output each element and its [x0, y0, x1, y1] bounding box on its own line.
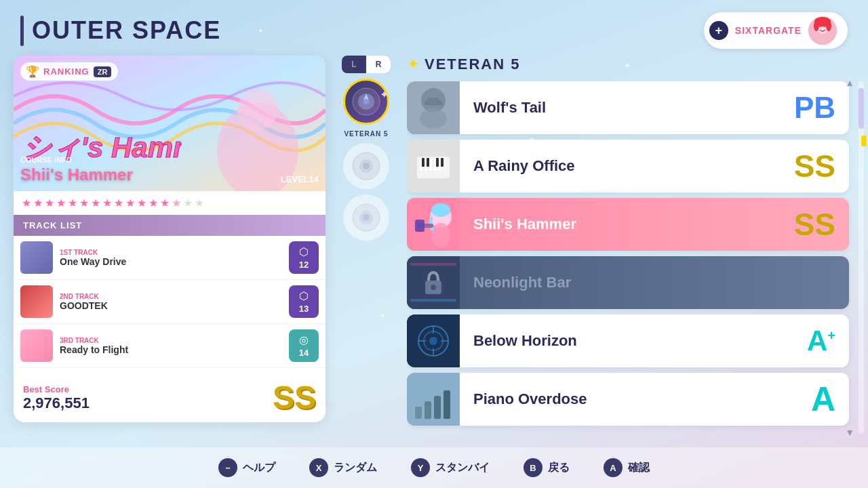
b-icon: B [524, 458, 542, 477]
random-label: ランダム [334, 461, 377, 475]
best-score-section: Best Score 2,976,551 SS [14, 375, 326, 422]
confirm-label: 確認 [628, 461, 650, 475]
song-grade-rainy-office: SS [794, 150, 849, 182]
star-14: ★ [172, 197, 181, 209]
svg-rect-56 [434, 396, 441, 419]
difficulty-tabs[interactable]: L R [342, 56, 391, 73]
svg-rect-55 [425, 401, 431, 419]
title-section: OUTER SPACE [20, 16, 221, 46]
track-info-3: 3RD TRACK Ready to Flight [60, 337, 282, 355]
diff-button-veteran5[interactable] [343, 79, 389, 125]
add-icon[interactable]: + [709, 21, 728, 40]
svg-point-9 [237, 89, 278, 130]
song-item-shiis-hammer[interactable]: Shii's Hammer SS [407, 198, 849, 251]
track-name-1: One Way Drive [60, 256, 282, 267]
course-name: Shii's Hammer [20, 165, 319, 184]
svg-rect-54 [415, 407, 422, 419]
song-name-shiis-hammer: Shii's Hammer [460, 216, 794, 233]
veteran-header: ✦ VETERAN 5 [407, 56, 854, 73]
song-item-wolfs-tail[interactable]: Wolf's Tail PB [407, 81, 849, 134]
song-thumb-shiis-hammer [407, 198, 460, 251]
track-item-3[interactable]: 3RD TRACK Ready to Flight ◎ 14 [14, 324, 326, 368]
diff-button-3[interactable] [343, 195, 389, 241]
username: SIXTARGATE [735, 25, 802, 36]
svg-rect-30 [422, 158, 425, 167]
diff-tab-r[interactable]: R [366, 56, 391, 73]
star-5: ★ [68, 197, 77, 209]
diff-tab-l[interactable]: L [342, 56, 366, 73]
course-image: シィ's Hammer 🏆 RANKING ZR COURSE INFO Shi… [14, 56, 326, 191]
track-level-badge-3: ◎ 14 [289, 329, 319, 362]
song-item-piano-overdose[interactable]: Piano Overdose A [407, 373, 849, 426]
avatar-face [808, 16, 837, 45]
song-item-neonlight-bar[interactable]: Neonlight Bar [407, 256, 849, 309]
star-16: ★ [195, 197, 204, 209]
veteran-title: VETERAN 5 [425, 56, 520, 73]
user-section[interactable]: + SIXTARGATE [704, 12, 848, 49]
track-level-icon-2: ⬡ [299, 289, 309, 302]
svg-point-48 [429, 337, 437, 345]
svg-point-19 [363, 214, 370, 221]
scrollbar-track [859, 81, 864, 434]
track-number-2: 2ND TRACK [60, 293, 282, 300]
page-title: OUTER SPACE [32, 16, 221, 45]
star-13: ★ [160, 197, 170, 209]
star-8: ★ [102, 197, 112, 209]
best-score-info: Best Score 2,976,551 [23, 384, 90, 412]
song-grade-shiis-hammer: SS [794, 209, 849, 240]
level-label: LEVEL [281, 174, 309, 184]
song-item-below-horizon[interactable]: Below Horizon A+ [407, 314, 849, 367]
standby-button[interactable]: Y スタンバイ [411, 458, 490, 477]
track-level-badge-1: ⬡ 12 [289, 241, 319, 274]
diff-label: VETERAN 5 [344, 130, 388, 138]
svg-rect-32 [436, 158, 439, 167]
help-label: ヘルプ [243, 461, 275, 475]
bottom-bar: − ヘルプ X ランダム Y スタンバイ B 戻る A 確認 [0, 447, 868, 488]
track-level-num-3: 14 [299, 348, 309, 358]
song-thumb-wolfs-tail [407, 81, 460, 134]
song-name-piano-overdose: Piano Overdose [460, 390, 811, 408]
best-score-label: Best Score [23, 384, 90, 394]
star-6: ★ [79, 197, 89, 209]
standby-label: スタンバイ [435, 461, 490, 475]
song-thumb-neonlight-bar [407, 256, 460, 309]
track-thumb-2 [20, 285, 53, 318]
track-item-2[interactable]: 2ND TRACK GOODTEK ⬡ 13 [14, 280, 326, 324]
star-1: ★ [22, 197, 31, 209]
back-label: 戻る [548, 461, 570, 475]
course-card: シィ's Hammer 🏆 RANKING ZR COURSE INFO Shi… [14, 56, 326, 422]
song-grade-wolfs-tail: PB [794, 93, 849, 123]
svg-rect-53 [407, 373, 460, 426]
track-level-num-2: 13 [299, 304, 309, 314]
svg-rect-39 [415, 220, 425, 232]
confirm-button[interactable]: A 確認 [604, 458, 650, 477]
track-level-icon-1: ⬡ [299, 245, 309, 258]
scroll-down-arrow[interactable]: ▼ [845, 427, 854, 438]
track-item-1[interactable]: 1ST TRACK One Way Drive ⬡ 12 [14, 236, 326, 280]
star-12: ★ [149, 197, 158, 209]
song-name-neonlight-bar: Neonlight Bar [460, 274, 849, 291]
back-button[interactable]: B 戻る [524, 458, 570, 477]
svg-point-22 [420, 108, 447, 129]
scroll-up-arrow[interactable]: ▲ [845, 77, 854, 88]
track-level-icon-3: ◎ [299, 333, 309, 346]
svg-point-6 [826, 20, 831, 31]
svg-rect-33 [441, 158, 443, 167]
x-icon: X [309, 458, 328, 477]
svg-rect-44 [410, 299, 456, 302]
title-bar [20, 16, 24, 46]
song-item-rainy-office[interactable]: A Rainy Office SS [407, 140, 849, 192]
scrollbar-thumb[interactable] [859, 88, 864, 129]
track-name-3: Ready to Flight [60, 344, 282, 355]
track-number-1: 1ST TRACK [60, 249, 282, 256]
help-button[interactable]: − ヘルプ [218, 458, 275, 477]
random-button[interactable]: X ランダム [309, 458, 377, 477]
star-11: ★ [137, 197, 146, 209]
stars-row: ★ ★ ★ ★ ★ ★ ★ ★ ★ ★ ★ ★ ★ ★ ★ ★ [14, 191, 326, 215]
track-name-2: GOODTEK [60, 300, 282, 311]
y-icon: Y [411, 458, 430, 477]
svg-point-36 [431, 223, 450, 247]
course-title-overlay: COURSE INFO Shii's Hammer [20, 156, 319, 184]
diff-button-2[interactable] [343, 143, 389, 189]
song-name-wolfs-tail: Wolf's Tail [460, 99, 794, 117]
